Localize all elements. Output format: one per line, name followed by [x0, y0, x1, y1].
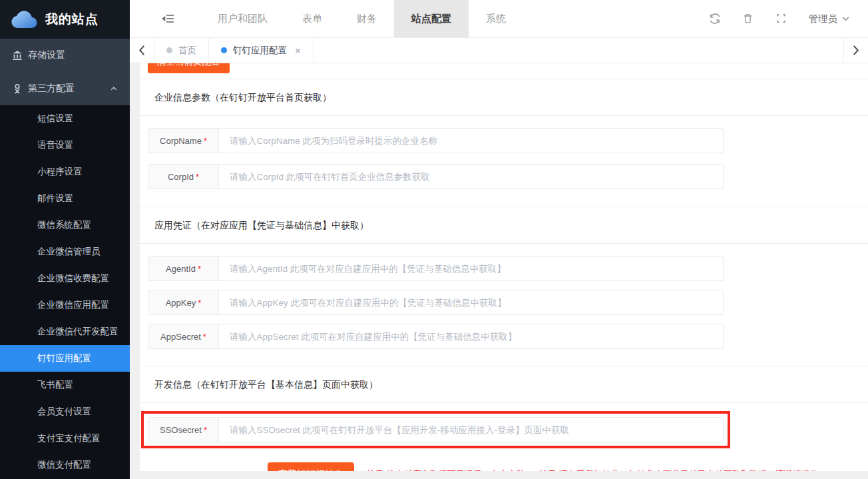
- agentid-input[interactable]: [219, 256, 723, 280]
- required-mark: *: [198, 264, 201, 274]
- tabs-scroll-right-icon[interactable]: [843, 38, 868, 63]
- required-mark: *: [204, 136, 207, 146]
- ssosecret-input[interactable]: [219, 418, 723, 442]
- config-form-card: 清空当前页配置 企业信息参数（在钉钉开放平台首页获取） CorpName * C…: [140, 63, 868, 471]
- divider: [140, 207, 868, 207]
- install-dingtalk-init-button[interactable]: 安装钉钉初始化: [268, 462, 354, 471]
- main-content: 清空当前页配置 企业信息参数（在钉钉开放平台首页获取） CorpName * C…: [130, 63, 868, 479]
- corpid-label: CorpId *: [148, 165, 219, 189]
- nav-forms[interactable]: 表单: [285, 0, 339, 37]
- section-corp-info: CorpName * CorpId *: [148, 128, 860, 189]
- divider: [140, 243, 868, 244]
- tab-bar: 首页 钉钉应用配置 ×: [130, 38, 868, 63]
- field-label: SSOsecret: [160, 425, 202, 435]
- divider: [140, 366, 868, 366]
- corpid-row: CorpId *: [148, 164, 724, 189]
- corpid-input[interactable]: [219, 165, 723, 189]
- corpname-row: CorpName *: [148, 128, 724, 153]
- field-label: CorpName: [160, 136, 202, 146]
- sidebar-item-voice-settings[interactable]: 语音设置: [0, 132, 130, 159]
- site-title: 我的站点: [45, 11, 99, 28]
- sidebar-item-wecom-admin[interactable]: 企业微信管理员: [0, 239, 130, 265]
- required-mark: *: [203, 332, 206, 342]
- logo: 我的站点: [0, 0, 130, 39]
- ssosecret-label: SSOsecret *: [148, 418, 219, 442]
- tab-label: 钉钉应用配置: [233, 45, 287, 57]
- tab-label: 首页: [178, 45, 196, 57]
- field-label: CorpId: [168, 172, 194, 182]
- top-nav: 用户和团队 表单 财务 站点配置 系统: [200, 0, 523, 37]
- agentid-row: AgentId *: [148, 256, 724, 281]
- sidebar-item-miniprogram-settings[interactable]: 小程序设置: [0, 159, 130, 185]
- nav-users-teams[interactable]: 用户和团队: [200, 0, 285, 37]
- field-label: AgentId: [166, 264, 196, 274]
- cloud-logo-icon: [11, 10, 37, 29]
- appsecret-input[interactable]: [219, 324, 723, 348]
- sidebar-item-label: 存储设置: [28, 49, 65, 61]
- tabs-scroll-left-icon[interactable]: [130, 38, 154, 63]
- divider: [140, 115, 868, 116]
- section-title-app-credentials: 应用凭证（在对应应用【凭证与基础信息】中获取）: [154, 220, 860, 232]
- sidebar-item-member-payment-settings[interactable]: 会员支付设置: [0, 398, 130, 425]
- divider: [140, 79, 868, 79]
- required-mark: *: [198, 298, 201, 308]
- corpname-label: CorpName *: [148, 129, 219, 153]
- action-row: 安装钉钉初始化 *注意:确定对应参数填写无误后，点击安装。 *注意:请勿重复初始…: [268, 462, 860, 471]
- sidebar-submenu: 短信设置 语音设置 小程序设置 邮件设置 微信系统配置 企业微信管理员 企业微信…: [0, 105, 130, 478]
- sidebar-item-dingtalk-app-config[interactable]: 钉钉应用配置: [0, 345, 130, 372]
- sidebar-item-sms-settings[interactable]: 短信设置: [0, 105, 130, 132]
- sidebar-item-alipay-payment-config[interactable]: 支付宝支付配置: [0, 425, 130, 452]
- sidebar-item-wechat-payment-config[interactable]: 微信支付配置: [0, 452, 130, 478]
- sidebar-item-label: 第三方配置: [28, 83, 75, 95]
- sidebar-item-wecom-dev-config[interactable]: 企业微信代开发配置: [0, 318, 130, 345]
- tab-status-dot: [221, 47, 227, 53]
- appsecret-row: AppSecret *: [148, 324, 724, 349]
- close-icon[interactable]: ×: [295, 45, 301, 55]
- field-label: AppKey: [166, 298, 196, 308]
- fullscreen-icon[interactable]: [775, 13, 787, 25]
- clear-page-config-button[interactable]: 清空当前页配置: [148, 63, 230, 73]
- corpname-input[interactable]: [219, 129, 723, 153]
- nav-finance[interactable]: 财务: [339, 0, 394, 37]
- section-app-credentials: AgentId * AppKey * AppSecret *: [148, 256, 860, 349]
- chevron-up-icon: [110, 85, 118, 93]
- sidebar-item-wecom-billing-config[interactable]: 企业微信收费配置: [0, 265, 130, 292]
- nav-system[interactable]: 系统: [469, 0, 523, 37]
- tab-status-dot: [166, 47, 172, 53]
- tab-home[interactable]: 首页: [154, 38, 209, 63]
- sidebar: 我的站点 存储设置 第三方配置: [0, 0, 130, 479]
- required-mark: *: [196, 172, 199, 182]
- third-party-icon: [12, 83, 23, 94]
- field-label: AppSecret: [160, 332, 201, 342]
- appkey-label: AppKey *: [148, 290, 219, 314]
- sidebar-item-wechat-system-config[interactable]: 微信系统配置: [0, 212, 130, 239]
- warning-notice: *注意:确定对应参数填写无误后，点击安装。 *注意:请勿重复初始化，初始化会覆盖…: [363, 468, 827, 471]
- sidebar-item-third-party-config[interactable]: 第三方配置: [0, 72, 130, 105]
- trash-icon[interactable]: [742, 13, 754, 25]
- required-mark: *: [204, 425, 207, 435]
- refresh-icon[interactable]: [709, 13, 721, 25]
- ssosecret-row: SSOsecret *: [148, 417, 724, 442]
- appkey-row: AppKey *: [148, 290, 724, 315]
- top-header: 用户和团队 表单 财务 站点配置 系统: [130, 0, 868, 38]
- sidebar-item-feishu-config[interactable]: 飞书配置: [0, 372, 130, 398]
- menu-fold-icon[interactable]: [162, 11, 176, 26]
- highlight-annotation: SSOsecret *: [141, 411, 730, 448]
- sidebar-menu: 存储设置 第三方配置: [0, 39, 130, 105]
- app-window: 我的站点 存储设置 第三方配置: [0, 0, 868, 479]
- agentid-label: AgentId *: [148, 256, 219, 280]
- section-title-corp-info: 企业信息参数（在钉钉开放平台首页获取）: [154, 92, 860, 104]
- appsecret-label: AppSecret *: [148, 324, 219, 348]
- header-actions: 管理员: [709, 13, 868, 25]
- sidebar-item-storage-settings[interactable]: 存储设置: [0, 39, 130, 72]
- admin-label: 管理员: [809, 13, 838, 25]
- divider: [140, 402, 868, 403]
- nav-site-config[interactable]: 站点配置: [394, 0, 469, 37]
- tab-dingtalk-app-config[interactable]: 钉钉应用配置 ×: [209, 38, 314, 63]
- sidebar-item-wecom-app-config[interactable]: 企业微信应用配置: [0, 292, 130, 318]
- appkey-input[interactable]: [219, 290, 723, 314]
- bank-icon: [12, 50, 23, 61]
- sidebar-item-mail-settings[interactable]: 邮件设置: [0, 185, 130, 212]
- admin-menu[interactable]: 管理员: [809, 13, 850, 25]
- section-title-dev-info: 开发信息（在钉钉开放平台【基本信息】页面中获取）: [154, 379, 860, 391]
